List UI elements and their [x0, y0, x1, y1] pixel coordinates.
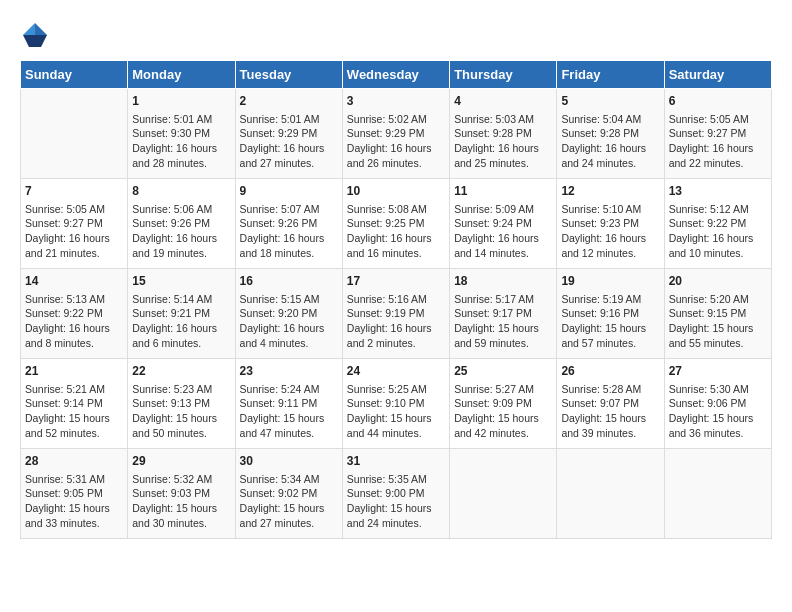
day-number: 30 — [240, 453, 338, 470]
day-content: Sunrise: 5:14 AM Sunset: 9:21 PM Dayligh… — [132, 292, 230, 351]
day-number: 17 — [347, 273, 445, 290]
day-number: 21 — [25, 363, 123, 380]
day-number: 20 — [669, 273, 767, 290]
day-content: Sunrise: 5:30 AM Sunset: 9:06 PM Dayligh… — [669, 382, 767, 441]
day-content: Sunrise: 5:12 AM Sunset: 9:22 PM Dayligh… — [669, 202, 767, 261]
day-number: 6 — [669, 93, 767, 110]
day-content: Sunrise: 5:13 AM Sunset: 9:22 PM Dayligh… — [25, 292, 123, 351]
calendar-cell: 21Sunrise: 5:21 AM Sunset: 9:14 PM Dayli… — [21, 359, 128, 449]
day-content: Sunrise: 5:31 AM Sunset: 9:05 PM Dayligh… — [25, 472, 123, 531]
calendar-cell: 25Sunrise: 5:27 AM Sunset: 9:09 PM Dayli… — [450, 359, 557, 449]
day-content: Sunrise: 5:10 AM Sunset: 9:23 PM Dayligh… — [561, 202, 659, 261]
day-number: 4 — [454, 93, 552, 110]
calendar-cell: 22Sunrise: 5:23 AM Sunset: 9:13 PM Dayli… — [128, 359, 235, 449]
page-header — [20, 20, 772, 50]
day-content: Sunrise: 5:03 AM Sunset: 9:28 PM Dayligh… — [454, 112, 552, 171]
calendar-cell: 16Sunrise: 5:15 AM Sunset: 9:20 PM Dayli… — [235, 269, 342, 359]
day-number: 5 — [561, 93, 659, 110]
day-content: Sunrise: 5:17 AM Sunset: 9:17 PM Dayligh… — [454, 292, 552, 351]
day-number: 10 — [347, 183, 445, 200]
week-row-5: 28Sunrise: 5:31 AM Sunset: 9:05 PM Dayli… — [21, 449, 772, 539]
day-number: 18 — [454, 273, 552, 290]
calendar-cell: 17Sunrise: 5:16 AM Sunset: 9:19 PM Dayli… — [342, 269, 449, 359]
day-number: 11 — [454, 183, 552, 200]
weekday-header-monday: Monday — [128, 61, 235, 89]
calendar-cell: 5Sunrise: 5:04 AM Sunset: 9:28 PM Daylig… — [557, 89, 664, 179]
day-content: Sunrise: 5:01 AM Sunset: 9:29 PM Dayligh… — [240, 112, 338, 171]
svg-marker-2 — [23, 23, 35, 35]
day-number: 15 — [132, 273, 230, 290]
day-number: 19 — [561, 273, 659, 290]
calendar-cell — [450, 449, 557, 539]
day-content: Sunrise: 5:32 AM Sunset: 9:03 PM Dayligh… — [132, 472, 230, 531]
calendar-cell — [664, 449, 771, 539]
day-number: 1 — [132, 93, 230, 110]
day-content: Sunrise: 5:28 AM Sunset: 9:07 PM Dayligh… — [561, 382, 659, 441]
calendar-cell: 6Sunrise: 5:05 AM Sunset: 9:27 PM Daylig… — [664, 89, 771, 179]
day-number: 2 — [240, 93, 338, 110]
calendar-table: SundayMondayTuesdayWednesdayThursdayFrid… — [20, 60, 772, 539]
day-number: 27 — [669, 363, 767, 380]
calendar-cell: 12Sunrise: 5:10 AM Sunset: 9:23 PM Dayli… — [557, 179, 664, 269]
day-number: 9 — [240, 183, 338, 200]
day-number: 22 — [132, 363, 230, 380]
calendar-cell: 3Sunrise: 5:02 AM Sunset: 9:29 PM Daylig… — [342, 89, 449, 179]
day-content: Sunrise: 5:19 AM Sunset: 9:16 PM Dayligh… — [561, 292, 659, 351]
week-row-3: 14Sunrise: 5:13 AM Sunset: 9:22 PM Dayli… — [21, 269, 772, 359]
calendar-cell: 14Sunrise: 5:13 AM Sunset: 9:22 PM Dayli… — [21, 269, 128, 359]
day-content: Sunrise: 5:08 AM Sunset: 9:25 PM Dayligh… — [347, 202, 445, 261]
day-content: Sunrise: 5:35 AM Sunset: 9:00 PM Dayligh… — [347, 472, 445, 531]
calendar-cell: 20Sunrise: 5:20 AM Sunset: 9:15 PM Dayli… — [664, 269, 771, 359]
day-number: 26 — [561, 363, 659, 380]
day-content: Sunrise: 5:05 AM Sunset: 9:27 PM Dayligh… — [25, 202, 123, 261]
calendar-cell: 8Sunrise: 5:06 AM Sunset: 9:26 PM Daylig… — [128, 179, 235, 269]
day-content: Sunrise: 5:04 AM Sunset: 9:28 PM Dayligh… — [561, 112, 659, 171]
day-content: Sunrise: 5:05 AM Sunset: 9:27 PM Dayligh… — [669, 112, 767, 171]
day-number: 14 — [25, 273, 123, 290]
day-content: Sunrise: 5:20 AM Sunset: 9:15 PM Dayligh… — [669, 292, 767, 351]
day-content: Sunrise: 5:25 AM Sunset: 9:10 PM Dayligh… — [347, 382, 445, 441]
weekday-header-thursday: Thursday — [450, 61, 557, 89]
day-number: 7 — [25, 183, 123, 200]
calendar-cell: 24Sunrise: 5:25 AM Sunset: 9:10 PM Dayli… — [342, 359, 449, 449]
week-row-1: 1Sunrise: 5:01 AM Sunset: 9:30 PM Daylig… — [21, 89, 772, 179]
day-number: 24 — [347, 363, 445, 380]
day-number: 8 — [132, 183, 230, 200]
calendar-cell — [557, 449, 664, 539]
logo — [20, 20, 54, 50]
day-content: Sunrise: 5:24 AM Sunset: 9:11 PM Dayligh… — [240, 382, 338, 441]
calendar-cell — [21, 89, 128, 179]
calendar-cell: 4Sunrise: 5:03 AM Sunset: 9:28 PM Daylig… — [450, 89, 557, 179]
day-content: Sunrise: 5:09 AM Sunset: 9:24 PM Dayligh… — [454, 202, 552, 261]
day-content: Sunrise: 5:27 AM Sunset: 9:09 PM Dayligh… — [454, 382, 552, 441]
calendar-cell: 27Sunrise: 5:30 AM Sunset: 9:06 PM Dayli… — [664, 359, 771, 449]
day-number: 28 — [25, 453, 123, 470]
day-content: Sunrise: 5:07 AM Sunset: 9:26 PM Dayligh… — [240, 202, 338, 261]
weekday-header-friday: Friday — [557, 61, 664, 89]
calendar-cell: 10Sunrise: 5:08 AM Sunset: 9:25 PM Dayli… — [342, 179, 449, 269]
day-content: Sunrise: 5:21 AM Sunset: 9:14 PM Dayligh… — [25, 382, 123, 441]
svg-marker-1 — [23, 35, 47, 47]
day-content: Sunrise: 5:01 AM Sunset: 9:30 PM Dayligh… — [132, 112, 230, 171]
day-number: 23 — [240, 363, 338, 380]
calendar-cell: 7Sunrise: 5:05 AM Sunset: 9:27 PM Daylig… — [21, 179, 128, 269]
calendar-cell: 11Sunrise: 5:09 AM Sunset: 9:24 PM Dayli… — [450, 179, 557, 269]
calendar-cell: 23Sunrise: 5:24 AM Sunset: 9:11 PM Dayli… — [235, 359, 342, 449]
day-number: 3 — [347, 93, 445, 110]
calendar-cell: 19Sunrise: 5:19 AM Sunset: 9:16 PM Dayli… — [557, 269, 664, 359]
calendar-cell: 26Sunrise: 5:28 AM Sunset: 9:07 PM Dayli… — [557, 359, 664, 449]
day-content: Sunrise: 5:34 AM Sunset: 9:02 PM Dayligh… — [240, 472, 338, 531]
day-content: Sunrise: 5:15 AM Sunset: 9:20 PM Dayligh… — [240, 292, 338, 351]
calendar-cell: 15Sunrise: 5:14 AM Sunset: 9:21 PM Dayli… — [128, 269, 235, 359]
day-content: Sunrise: 5:06 AM Sunset: 9:26 PM Dayligh… — [132, 202, 230, 261]
day-content: Sunrise: 5:02 AM Sunset: 9:29 PM Dayligh… — [347, 112, 445, 171]
weekday-header-tuesday: Tuesday — [235, 61, 342, 89]
calendar-cell: 28Sunrise: 5:31 AM Sunset: 9:05 PM Dayli… — [21, 449, 128, 539]
week-row-2: 7Sunrise: 5:05 AM Sunset: 9:27 PM Daylig… — [21, 179, 772, 269]
weekday-header-sunday: Sunday — [21, 61, 128, 89]
day-number: 16 — [240, 273, 338, 290]
weekday-header-wednesday: Wednesday — [342, 61, 449, 89]
logo-icon — [20, 20, 50, 50]
day-content: Sunrise: 5:16 AM Sunset: 9:19 PM Dayligh… — [347, 292, 445, 351]
week-row-4: 21Sunrise: 5:21 AM Sunset: 9:14 PM Dayli… — [21, 359, 772, 449]
